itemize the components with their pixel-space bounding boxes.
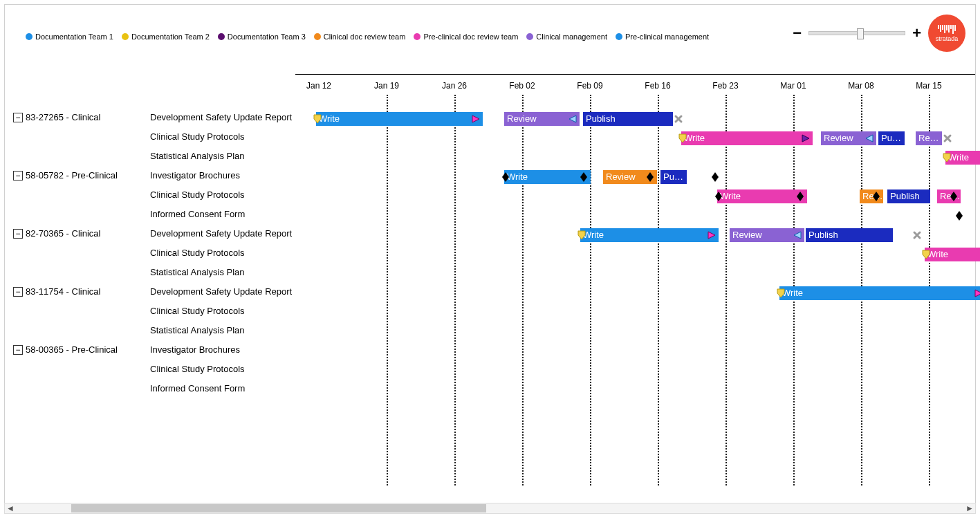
task-label: Investigator Brochures	[150, 344, 240, 355]
collapse-icon[interactable]: −	[13, 229, 23, 239]
collapse-icon[interactable]: −	[13, 171, 23, 181]
group-name: 83-11754 - Clinical	[26, 286, 100, 297]
group-label: −83-11754 - Clinical	[13, 286, 100, 297]
tick-label: Feb 16	[645, 81, 670, 91]
legend-item[interactable]: Clinical management	[526, 33, 607, 41]
logo-bars-icon	[938, 25, 956, 34]
gantt-bar[interactable]: Review	[730, 228, 804, 242]
task-label: Clinical Study Protocols	[150, 248, 245, 258]
gantt-bar[interactable]: Write	[717, 189, 807, 203]
group-name: 83-27265 - Clinical	[26, 112, 100, 122]
legend-item[interactable]: Pre-clinical management	[616, 33, 709, 41]
zoom-control[interactable]: − +	[793, 24, 921, 42]
gantt-bar[interactable]: Write	[681, 131, 813, 145]
collapse-icon[interactable]: −	[13, 113, 23, 122]
tick-label: Feb 23	[712, 81, 738, 91]
legend-swatch-icon	[414, 33, 420, 40]
gantt-bar[interactable]: Re…	[937, 189, 961, 203]
gantt-bar[interactable]: Publish	[806, 228, 893, 242]
legend-item[interactable]: Documentation Team 3	[218, 33, 306, 41]
tick-label: Mar 08	[848, 81, 873, 91]
tick-label: Mar 01	[780, 81, 806, 91]
task-label: Clinical Study Protocols	[150, 364, 245, 374]
task-label: Statistical Analysis Plan	[150, 267, 245, 277]
tick-label: Mar 15	[916, 81, 941, 91]
legend-label: Pre-clinical doc review team	[423, 33, 518, 41]
gridline	[590, 95, 591, 485]
task-label: Development Safety Update Report	[150, 228, 292, 239]
legend-item[interactable]: Pre-clinical doc review team	[414, 33, 518, 41]
gantt-bar[interactable]: Publish	[583, 112, 673, 126]
legend-label: Clinical doc review team	[324, 33, 406, 41]
legend-label: Documentation Team 1	[35, 33, 113, 41]
zoom-thumb[interactable]	[857, 28, 864, 39]
scroll-left-icon[interactable]: ◄	[5, 503, 16, 513]
scroll-thumb[interactable]	[71, 504, 486, 512]
gridline	[387, 95, 388, 485]
gantt-bar[interactable]: Write	[779, 286, 980, 300]
tick-label: Jan 26	[442, 81, 467, 91]
zoom-in-icon[interactable]: +	[912, 24, 921, 42]
gantt-bar[interactable]: Write	[504, 170, 591, 184]
gridline	[522, 95, 524, 485]
gantt-bar[interactable]: Write	[945, 151, 980, 165]
legend-item[interactable]: Documentation Team 2	[122, 33, 210, 41]
gridline	[725, 95, 727, 485]
gantt-bar[interactable]: Review	[821, 131, 876, 145]
legend-swatch-icon	[26, 33, 33, 40]
horizontal-scrollbar[interactable]: ◄ ►	[4, 503, 976, 514]
gantt-bar[interactable]: Write	[316, 112, 483, 126]
legend-label: Pre-clinical management	[625, 33, 709, 41]
chart-frame: Documentation Team 1Documentation Team 2…	[4, 4, 976, 514]
gantt-bar[interactable]: Review	[603, 170, 657, 184]
group-label: −58-05782 - Pre-Clinical	[13, 170, 118, 181]
task-label: Statistical Analysis Plan	[150, 325, 245, 335]
group-label: −83-27265 - Clinical	[13, 112, 100, 122]
group-label: −58-00365 - Pre-Clinical	[13, 344, 118, 355]
zoom-out-icon[interactable]: −	[793, 24, 802, 42]
legend: Documentation Team 1Documentation Team 2…	[26, 33, 709, 41]
tick-label: Jan 19	[374, 81, 399, 91]
gantt-bar[interactable]: Re…	[860, 189, 883, 203]
gantt-bar[interactable]: Re…	[916, 131, 942, 145]
tick-label: Feb 02	[509, 81, 535, 91]
gantt-bar[interactable]: Pu…	[878, 131, 905, 145]
collapse-icon[interactable]: −	[13, 345, 23, 355]
legend-label: Documentation Team 3	[228, 33, 306, 41]
task-label: Informed Consent Form	[150, 383, 245, 394]
legend-item[interactable]: Documentation Team 1	[26, 33, 113, 41]
gantt-bar[interactable]: Write	[925, 248, 980, 261]
legend-swatch-icon	[526, 33, 533, 40]
legend-label: Documentation Team 2	[131, 33, 210, 41]
scroll-right-icon[interactable]: ►	[964, 503, 975, 513]
legend-swatch-icon	[218, 33, 225, 40]
gantt-bar[interactable]: Publish	[887, 189, 930, 203]
gantt-bar[interactable]: Write	[580, 228, 719, 242]
legend-swatch-icon	[122, 33, 129, 40]
gridline	[658, 95, 659, 485]
task-label: Clinical Study Protocols	[150, 189, 245, 200]
legend-item[interactable]: Clinical doc review team	[314, 33, 406, 41]
group-name: 58-00365 - Pre-Clinical	[26, 344, 118, 355]
task-label: Informed Consent Form	[150, 209, 245, 219]
task-label: Clinical Study Protocols	[150, 306, 245, 316]
task-label: Development Safety Update Report	[150, 112, 292, 122]
task-label: Clinical Study Protocols	[150, 131, 245, 142]
gantt-bar[interactable]: Pu…	[660, 170, 687, 184]
task-label: Investigator Brochures	[150, 170, 240, 181]
group-label: −82-70365 - Clinical	[13, 228, 100, 239]
logo-text: stratada	[936, 35, 959, 42]
tick-label: Feb 09	[577, 81, 602, 91]
task-label: Statistical Analysis Plan	[150, 151, 245, 161]
legend-swatch-icon	[314, 33, 321, 40]
legend-label: Clinical management	[536, 33, 607, 41]
zoom-track[interactable]	[808, 31, 905, 35]
collapse-icon[interactable]: −	[13, 287, 23, 297]
group-name: 82-70365 - Clinical	[26, 228, 100, 239]
task-label: Development Safety Update Report	[150, 286, 292, 297]
scroll-track[interactable]	[16, 503, 964, 513]
legend-swatch-icon	[616, 33, 622, 40]
gantt-bar[interactable]: Review	[504, 112, 580, 126]
tick-label: Jan 12	[306, 81, 331, 91]
group-name: 58-05782 - Pre-Clinical	[26, 170, 118, 181]
